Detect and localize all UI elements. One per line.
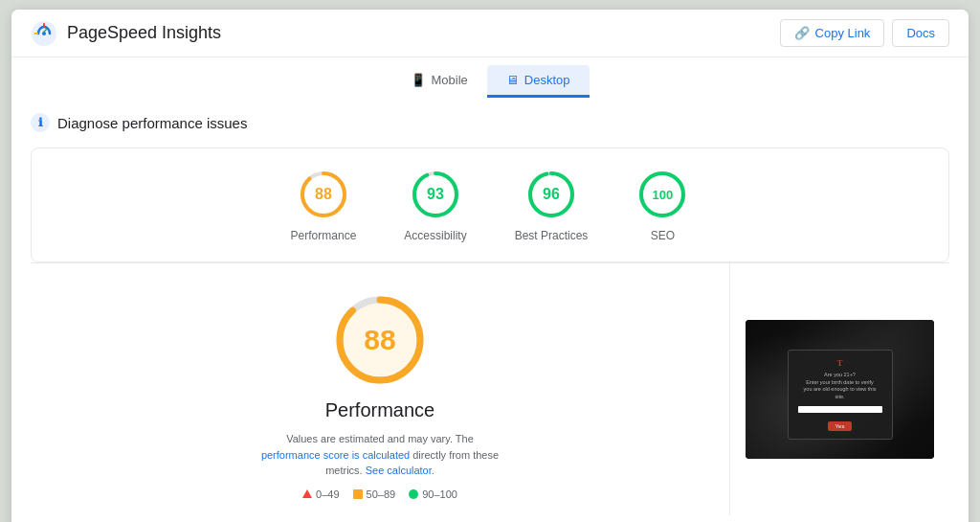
- top-actions: 🔗 Copy Link Docs: [780, 19, 949, 47]
- fail-icon: [302, 489, 312, 498]
- score-card-accessibility: 93 Accessibility: [404, 168, 466, 242]
- tab-bar: 📱 Mobile 🖥 Desktop: [11, 57, 969, 98]
- copy-link-button[interactable]: 🔗 Copy Link: [780, 19, 885, 47]
- legend-fail: 0–49: [302, 488, 339, 500]
- modal-title: T: [798, 358, 882, 368]
- legend-average: 50–89: [353, 488, 396, 500]
- legend: 0–49 50–89 90–100: [302, 488, 457, 500]
- score-circle-seo: 100: [635, 168, 689, 221]
- modal-text: Are you 21+?Enter your birth date to ver…: [798, 372, 882, 401]
- mobile-icon: 📱: [411, 73, 426, 87]
- pass-icon: [409, 489, 418, 499]
- legend-pass: 90–100: [409, 488, 457, 500]
- score-card-seo: 100 SEO: [635, 168, 689, 242]
- best-practices-label: Best Practices: [515, 229, 589, 242]
- big-score-circle: 88: [332, 292, 428, 388]
- accessibility-score: 93: [427, 186, 444, 203]
- performance-label: Performance: [291, 229, 357, 242]
- app-title: PageSpeed Insights: [67, 23, 221, 43]
- score-circle-performance: 88: [297, 168, 350, 221]
- desktop-icon: 🖥: [506, 73, 519, 87]
- diagnose-header: ℹ Diagnose performance issues: [31, 113, 949, 132]
- link-icon: 🔗: [794, 26, 810, 40]
- big-performance-score: 88: [364, 324, 395, 356]
- main-content: ℹ Diagnose performance issues 88 Perform…: [11, 98, 969, 522]
- screenshot-inner: T Are you 21+?Enter your birth date to v…: [746, 320, 934, 459]
- tab-desktop[interactable]: 🖥 Desktop: [487, 65, 590, 98]
- tab-mobile[interactable]: 📱 Mobile: [391, 65, 487, 98]
- performance-note: Values are estimated and may vary. The p…: [256, 431, 504, 479]
- performance-score: 88: [315, 186, 332, 203]
- score-card-performance: 88 Performance: [291, 168, 357, 242]
- age-modal: T Are you 21+?Enter your birth date to v…: [788, 350, 893, 440]
- modal-yes-btn[interactable]: Yes: [828, 421, 853, 431]
- website-screenshot: T Are you 21+?Enter your birth date to v…: [746, 320, 934, 459]
- seo-label: SEO: [651, 229, 675, 242]
- calculator-link[interactable]: See calculator: [366, 465, 432, 476]
- screenshot-section: T Are you 21+?Enter your birth date to v…: [729, 263, 949, 515]
- modal-input[interactable]: [798, 406, 882, 413]
- average-icon: [353, 489, 363, 499]
- performance-section: 88 Performance Values are estimated and …: [31, 263, 729, 515]
- topbar: PageSpeed Insights 🔗 Copy Link Docs: [11, 10, 969, 57]
- performance-title: Performance: [325, 399, 435, 421]
- score-cards: 88 Performance 93 Accessibility: [51, 168, 929, 242]
- pagespeed-logo-icon: [31, 20, 57, 47]
- logo-area: PageSpeed Insights: [31, 20, 221, 47]
- seo-score: 100: [653, 188, 674, 202]
- best-practices-score: 96: [543, 186, 560, 203]
- perf-score-link[interactable]: performance score is calculated: [261, 449, 410, 461]
- score-card-container: 88 Performance 93 Accessibility: [31, 148, 949, 262]
- diagnose-title: Diagnose performance issues: [57, 115, 247, 131]
- score-card-best-practices: 96 Best Practices: [515, 168, 589, 242]
- score-circle-best-practices: 96: [524, 168, 578, 221]
- accessibility-label: Accessibility: [404, 229, 466, 242]
- main-section: 88 Performance Values are estimated and …: [31, 262, 949, 515]
- score-circle-accessibility: 93: [409, 168, 462, 221]
- docs-button[interactable]: Docs: [892, 19, 949, 47]
- diagnose-icon: ℹ: [31, 113, 50, 132]
